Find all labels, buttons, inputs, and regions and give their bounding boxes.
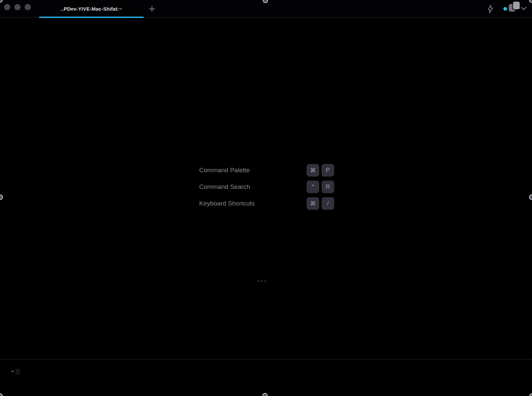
ellipsis-dots[interactable] bbox=[258, 280, 266, 282]
keycap-command-icon: ⌘ bbox=[307, 164, 319, 177]
keycap-p: P bbox=[322, 164, 334, 177]
plus-icon bbox=[148, 5, 156, 13]
selection-handle-bottom-center[interactable] bbox=[262, 393, 268, 396]
hint-label: Command Search bbox=[199, 181, 250, 193]
text-cursor bbox=[16, 369, 20, 374]
hint-row-command-palette: Command Palette ⌘ P bbox=[0, 164, 532, 177]
zoom-window-button[interactable] bbox=[25, 4, 31, 10]
quick-actions-button[interactable] bbox=[486, 4, 495, 14]
minimize-window-button[interactable] bbox=[14, 4, 21, 10]
selection-handle-middle-right[interactable] bbox=[529, 195, 532, 200]
keycap-slash: / bbox=[322, 197, 334, 210]
window-controls bbox=[4, 4, 31, 10]
hint-row-keyboard-shortcuts: Keyboard Shortcuts ⌘ / bbox=[0, 197, 532, 210]
prompt-directory: ~ bbox=[11, 368, 14, 374]
keycap-control-icon: ^ bbox=[307, 181, 319, 193]
keycap-command-icon: ⌘ bbox=[307, 197, 319, 210]
terminal-pane[interactable]: Command Palette ⌘ P Command Search ^ R K… bbox=[0, 18, 532, 359]
window-menu-button[interactable] bbox=[521, 6, 527, 12]
split-panes-button[interactable] bbox=[509, 2, 520, 12]
keycap-r: R bbox=[322, 181, 334, 193]
hint-label: Keyboard Shortcuts bbox=[199, 197, 255, 210]
tab-active[interactable]: ..PDev-YIVE-Mac-Shifat:~ bbox=[39, 0, 144, 18]
status-dot bbox=[503, 7, 507, 11]
new-tab-button[interactable] bbox=[144, 2, 160, 16]
tab-title: ..PDev-YIVE-Mac-Shifat:~ bbox=[61, 6, 122, 12]
command-input-block[interactable]: ~ bbox=[0, 360, 532, 396]
lightning-icon bbox=[486, 4, 495, 14]
hint-label: Command Palette bbox=[199, 164, 250, 177]
close-window-button[interactable] bbox=[4, 4, 10, 10]
hint-row-command-search: Command Search ^ R bbox=[0, 181, 532, 193]
chevron-down-icon bbox=[521, 7, 527, 11]
